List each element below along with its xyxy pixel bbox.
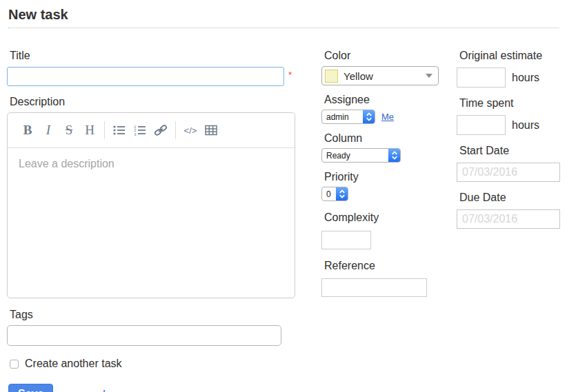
complexity-input[interactable] [321,231,371,249]
column-label: Column [324,132,457,145]
form-actions: Save or cancel [8,384,305,392]
middle-column: Color Yellow Assignee admin Me Column Re… [321,50,457,392]
priority-select[interactable]: 0 [321,187,348,201]
toolbar-divider [175,121,176,139]
assignee-selected-value: admin [322,112,363,122]
tags-label: Tags [10,309,305,321]
reference-label: Reference [324,260,457,272]
description-textarea[interactable] [8,148,295,298]
time-spent-label: Time spent [459,97,560,110]
svg-text:3: 3 [134,132,136,136]
title-label: Title [10,50,305,62]
create-another-label: Create another task [25,358,122,370]
original-estimate-label: Original estimate [459,50,560,62]
start-date-label: Start Date [459,145,560,157]
description-editor: B I S H 1 2 3 [7,112,295,298]
time-spent-input[interactable] [457,115,506,135]
time-spent-row: hours [457,115,560,135]
start-date-input[interactable] [457,163,560,182]
time-spent-unit: hours [512,119,539,132]
unordered-list-button[interactable] [109,120,130,141]
original-estimate-unit: hours [512,72,539,84]
toolbar-divider [104,121,105,139]
select-stepper-icon [336,187,348,201]
color-label: Color [324,50,457,62]
original-estimate-row: hours [457,68,560,87]
title-row: * [7,67,305,86]
link-button[interactable] [150,120,171,141]
table-icon [204,123,218,137]
color-swatch-yellow [325,70,338,83]
italic-button[interactable]: I [38,120,59,141]
due-date-label: Due Date [459,192,560,204]
priority-selected-value: 0 [322,189,336,199]
or-text: or [59,389,69,392]
code-button[interactable]: </> [180,120,201,141]
required-asterisk: * [288,70,292,80]
dropdown-caret-icon [426,74,432,78]
complexity-label: Complexity [324,212,457,224]
page-title: New task [8,7,559,28]
unordered-list-icon [112,123,126,137]
color-select[interactable]: Yellow [321,66,439,85]
reference-input[interactable] [321,278,427,297]
strikethrough-button[interactable]: S [59,120,79,141]
title-input[interactable] [7,67,284,86]
priority-label: Priority [324,171,457,183]
right-column: Original estimate hours Time spent hours… [457,50,560,392]
cancel-link[interactable]: cancel [74,389,106,392]
bold-button[interactable]: B [17,120,38,141]
assign-me-link[interactable]: Me [381,112,394,122]
column-selected-value: Ready [322,151,388,161]
save-button[interactable]: Save [8,384,53,392]
description-label: Description [10,96,305,108]
table-button[interactable] [201,120,221,141]
heading-button[interactable]: H [79,120,100,141]
left-column: Title * Description B I S H [7,50,305,392]
column-select[interactable]: Ready [321,148,401,163]
assignee-select[interactable]: admin [321,110,375,124]
due-date-input[interactable] [457,209,560,229]
ordered-list-button[interactable]: 1 2 3 [130,120,150,141]
create-another-checkbox[interactable] [10,360,19,369]
original-estimate-input[interactable] [457,68,506,87]
select-stepper-icon [363,110,375,124]
create-another-row[interactable]: Create another task [7,358,305,370]
assignee-label: Assignee [324,94,457,106]
editor-toolbar: B I S H 1 2 3 [8,113,295,148]
color-selected-value: Yellow [344,70,426,82]
select-stepper-icon [388,148,400,163]
new-task-form: Title * Description B I S H [7,50,560,392]
assignee-row: admin Me [321,110,457,124]
link-icon [154,123,168,137]
tags-input[interactable] [7,325,281,346]
ordered-list-icon: 1 2 3 [133,123,147,137]
